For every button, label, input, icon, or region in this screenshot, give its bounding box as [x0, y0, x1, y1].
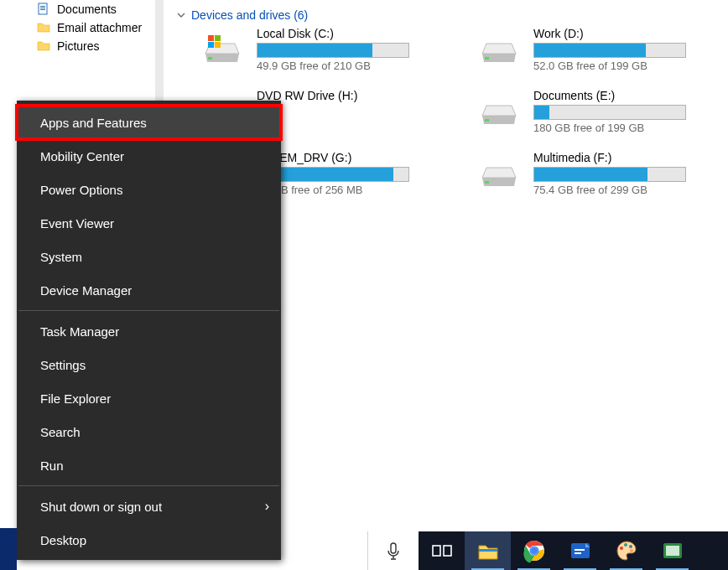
menu-separator — [18, 310, 279, 311]
winx-item[interactable]: Shut down or sign out› — [17, 490, 281, 523]
taskbar-task-view[interactable] — [419, 531, 465, 570]
taskbar-sticky-notes[interactable] — [557, 531, 603, 570]
drive-free-text: 52.0 GB free of 199 GB — [533, 60, 728, 72]
drive-name: Multimedia (F:) — [533, 151, 728, 164]
winx-item-label: Search — [40, 425, 81, 439]
drive-item[interactable]: Documents (E:)180 GB free of 199 GB — [478, 89, 728, 134]
quick-access-label: Pictures — [57, 39, 100, 53]
quick-access-item[interactable]: Documents — [0, 0, 155, 18]
section-header[interactable]: Devices and drives (6) — [176, 8, 721, 22]
winx-item-label: Settings — [40, 358, 86, 372]
cortana-mic-icon — [384, 542, 403, 560]
task-view-icon — [430, 539, 454, 562]
winx-item[interactable]: System — [17, 240, 281, 273]
sticky-notes-icon — [569, 539, 592, 562]
menu-separator — [18, 485, 279, 486]
folder-icon — [37, 21, 50, 34]
drive-item[interactable]: Work (D:)52.0 GB free of 199 GB — [478, 27, 728, 72]
drive-usage-bar — [533, 167, 686, 182]
taskbar-file-explorer[interactable] — [465, 531, 511, 570]
quick-access-label: Documents — [57, 3, 117, 16]
quick-access-nav: Documents Email attachmer Pictures — [0, 0, 155, 55]
quick-access-item[interactable]: Pictures — [0, 37, 155, 55]
drive-name: YSTEM_DRV (G:) — [257, 151, 470, 164]
quick-access-item[interactable]: Email attachmer — [0, 18, 155, 37]
winx-item[interactable]: Search — [17, 415, 281, 448]
winx-item-label: Task Manager — [40, 324, 119, 339]
drive-icon — [478, 32, 520, 65]
winx-item[interactable]: File Explorer — [17, 381, 281, 415]
document-icon — [37, 3, 50, 16]
drive-icon — [201, 32, 243, 65]
drive-name: DVD RW Drive (H:) — [257, 89, 470, 102]
drive-free-text: 180 GB free of 199 GB — [533, 122, 728, 134]
winx-item-label: Power Options — [40, 183, 122, 197]
winx-item[interactable]: Apps and Features — [17, 106, 281, 139]
nav-separator — [155, 0, 164, 101]
winx-item-label: Event Viewer — [40, 216, 114, 231]
app-icon — [661, 539, 684, 562]
winx-item-label: Shut down or sign out — [40, 500, 162, 514]
winx-item[interactable]: Settings — [17, 348, 281, 381]
winx-item-label: Device Manager — [40, 283, 132, 298]
drive-usage-bar — [533, 105, 686, 120]
winx-item[interactable]: Power Options — [17, 173, 281, 206]
winx-menu: Apps and FeaturesMobility CenterPower Op… — [17, 101, 281, 560]
section-title: Devices and drives (6) — [191, 8, 308, 22]
drive-usage-bar — [533, 43, 686, 58]
drive-item[interactable]: Multimedia (F:)75.4 GB free of 299 GB — [478, 151, 728, 196]
winx-item-label: Apps and Features — [40, 116, 147, 130]
winx-item-label: System — [40, 250, 82, 264]
paint-icon — [615, 539, 638, 562]
file-explorer-icon — [476, 539, 500, 562]
winx-item-label: Run — [40, 459, 64, 473]
drive-usage-bar — [257, 43, 409, 58]
winx-item-label: Desktop — [40, 533, 86, 547]
winx-item[interactable]: Desktop — [17, 523, 281, 557]
drive-icon — [478, 156, 520, 189]
winx-item-label: File Explorer — [40, 391, 111, 406]
folder-icon — [37, 39, 50, 53]
drive-name: Work (D:) — [533, 27, 728, 40]
drive-free-text: 49.9 GB free of 210 GB — [257, 60, 470, 72]
winx-item[interactable]: Task Manager — [17, 314, 281, 348]
drive-item[interactable]: Local Disk (C:)49.9 GB free of 210 GB — [201, 27, 470, 72]
drive-name: Documents (E:) — [533, 89, 728, 102]
winx-item[interactable]: Mobility Center — [17, 139, 281, 173]
drive-free-text: 27 MB free of 256 MB — [257, 184, 470, 196]
chevron-right-icon: › — [265, 499, 269, 514]
taskbar-cortana-mic[interactable] — [367, 531, 419, 570]
drive-free-text: 75.4 GB free of 299 GB — [533, 184, 728, 196]
taskbar — [367, 531, 728, 570]
taskbar-paint[interactable] — [603, 531, 649, 570]
winx-item[interactable]: Run — [17, 448, 281, 482]
quick-access-label: Email attachmer — [57, 21, 142, 34]
drive-name: Local Disk (C:) — [257, 27, 470, 40]
taskbar-app[interactable] — [649, 531, 695, 570]
winx-item[interactable]: Event Viewer — [17, 206, 281, 240]
chrome-icon — [523, 539, 546, 562]
drive-icon — [478, 94, 520, 127]
taskbar-chrome[interactable] — [511, 531, 557, 570]
winx-item-label: Mobility Center — [40, 149, 124, 163]
chevron-down-icon — [176, 10, 186, 20]
winx-item[interactable]: Device Manager — [17, 273, 281, 307]
start-button-edge[interactable] — [0, 528, 17, 570]
